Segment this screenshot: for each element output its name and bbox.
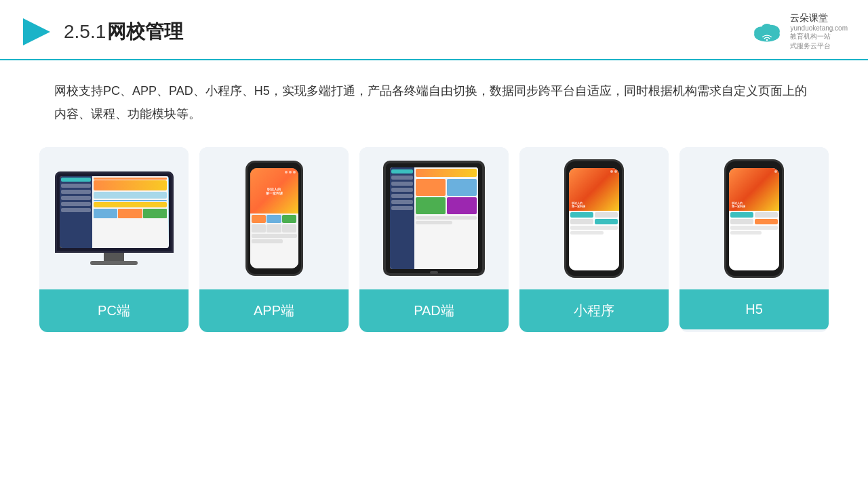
h5-body bbox=[729, 211, 779, 270]
card-miniapp-label: 小程序 bbox=[519, 289, 669, 332]
card-pad-image bbox=[359, 147, 509, 289]
phone-notch bbox=[264, 163, 283, 167]
h5-header-img: 职达人的第一堂判课 bbox=[729, 168, 779, 211]
miniapp-body bbox=[569, 211, 619, 270]
card-h5-label: H5 bbox=[679, 289, 829, 329]
phone-screen: 职达人的第一堂判课 bbox=[250, 168, 298, 268]
tablet-main-content bbox=[414, 167, 478, 269]
monitor-screen-outer bbox=[55, 171, 174, 253]
logo-area: 云朵课堂 yunduoketang.com 教育机构一站 式服务云平台 bbox=[749, 12, 848, 51]
card-h5-image: 职达人的第一堂判课 bbox=[679, 147, 829, 289]
tablet-screen bbox=[390, 167, 478, 269]
tablet-card-2 bbox=[447, 179, 477, 196]
card-miniapp-image: 职达人的第一堂判课 bbox=[519, 147, 669, 289]
h5-phone-mockup: 职达人的第一堂判课 bbox=[724, 159, 784, 278]
tablet-content-grid bbox=[416, 179, 477, 214]
page-title: 2.5.1网校管理 bbox=[64, 19, 183, 45]
miniapp-screen: 职达人的第一堂判课 bbox=[569, 168, 619, 270]
card-h5: 职达人的第一堂判课 bbox=[679, 147, 829, 332]
h5-screen: 职达人的第一堂判课 bbox=[729, 168, 779, 270]
logo-tagline: 教育机构一站 式服务云平台 bbox=[790, 32, 848, 51]
tablet-home-button bbox=[430, 271, 438, 274]
monitor-base bbox=[90, 261, 138, 265]
monitor-screen-display bbox=[60, 176, 169, 248]
card-app-image: 职达人的第一堂判课 bbox=[199, 147, 349, 289]
miniapp-header-img: 职达人的第一堂判课 bbox=[569, 168, 619, 211]
tablet-mockup bbox=[383, 161, 485, 276]
decorative-dots bbox=[285, 171, 296, 174]
svg-point-5 bbox=[766, 39, 768, 41]
monitor-stand bbox=[104, 253, 124, 261]
tablet-card-4 bbox=[447, 197, 477, 214]
card-app: 职达人的第一堂判课 bbox=[199, 147, 349, 332]
description-text: 网校支持PC、APP、PAD、小程序、H5，实现多端打通，产品各终端自由切换，数… bbox=[54, 79, 814, 125]
cards-container: PC端 职达人的第一堂判课 bbox=[34, 147, 834, 332]
card-pad-label: PAD端 bbox=[359, 289, 509, 332]
card-app-label: APP端 bbox=[199, 289, 349, 332]
svg-point-4 bbox=[762, 24, 773, 34]
logo-text-block: 云朵课堂 yunduoketang.com 教育机构一站 式服务云平台 bbox=[790, 12, 848, 51]
phone-header-image: 职达人的第一堂判课 bbox=[250, 168, 298, 214]
card-miniapp: 职达人的第一堂判课 bbox=[519, 147, 669, 332]
logo-name: 云朵课堂 bbox=[790, 12, 848, 24]
tablet-card-1 bbox=[416, 179, 446, 196]
header-left: 2.5.1网校管理 bbox=[20, 16, 183, 48]
cloud-logo-icon bbox=[749, 20, 785, 44]
miniapp-notch bbox=[584, 163, 604, 166]
tablet-sidebar bbox=[390, 167, 414, 269]
play-icon bbox=[20, 16, 53, 48]
miniapp-phone-mockup: 职达人的第一堂判课 bbox=[564, 159, 624, 278]
card-pc-image bbox=[39, 147, 189, 289]
app-phone-mockup: 职达人的第一堂判课 bbox=[245, 161, 303, 276]
tablet-header-bar bbox=[416, 169, 477, 177]
card-pc: PC端 bbox=[39, 147, 189, 332]
h5-notch bbox=[744, 163, 764, 166]
svg-marker-0 bbox=[23, 18, 50, 45]
tablet-card-3 bbox=[416, 197, 446, 214]
logo-url: yunduoketang.com bbox=[790, 24, 848, 32]
page-header: 2.5.1网校管理 云朵课堂 yunduoketang.com 教育机构一站 式… bbox=[0, 0, 868, 60]
card-pad: PAD端 bbox=[359, 147, 509, 332]
phone-content-area bbox=[250, 214, 298, 268]
pc-device-mockup bbox=[50, 171, 178, 265]
card-pc-label: PC端 bbox=[39, 289, 189, 332]
